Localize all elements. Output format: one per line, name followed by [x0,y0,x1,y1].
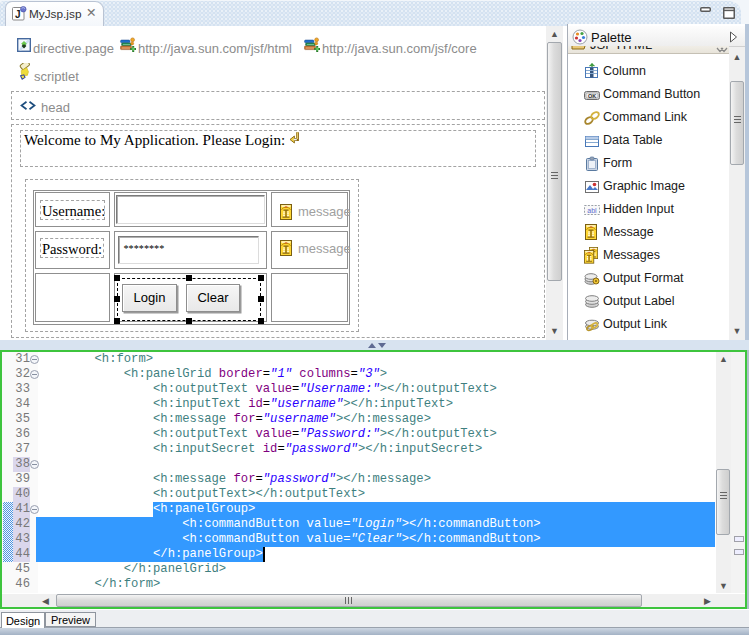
svg-text:OK: OK [588,93,596,99]
svg-text:J: J [15,9,21,20]
svg-text:abl: abl [587,207,597,214]
